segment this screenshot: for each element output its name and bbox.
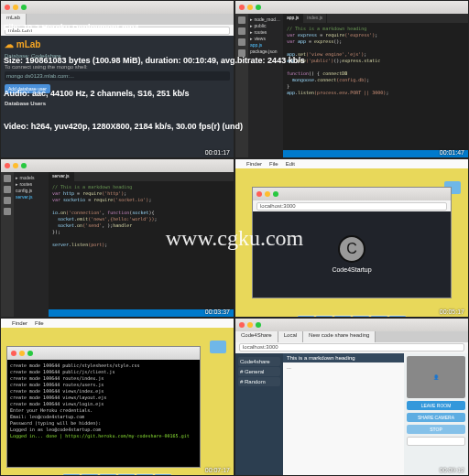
media-metadata: File: 10-2 Heroku Deployment.mp4 Size: 1… [4, 0, 305, 143]
mac-menubar: Finder File [1, 319, 234, 328]
menu-item[interactable]: File [269, 161, 278, 167]
chat-sidebar: Code4share # General # Random [235, 353, 283, 475]
minimize-icon[interactable] [19, 351, 25, 356]
watermark-text: www.cgku.com [166, 226, 303, 251]
chat-right-panel: 👤 LEAVE ROOM SHARE CAMERA STOP [404, 353, 468, 475]
address-bar: localhost:3000 [235, 342, 468, 353]
video-avatar: 👤 [407, 356, 465, 398]
address-bar: localhost:3000 [253, 200, 451, 211]
chat-input[interactable] [407, 437, 465, 446]
frame-timestamp: 00:05:17 [440, 308, 464, 315]
menu-item[interactable]: File [35, 320, 44, 326]
url-input[interactable]: localhost:3000 [239, 343, 464, 352]
editor-tab[interactable]: index.js [303, 14, 327, 23]
terminal-window: create mode 100644 public/stylesheets/st… [6, 346, 201, 468]
thumb-terminal: Finder File create mode 100644 public/st… [0, 318, 234, 476]
page-content: C Code4Startup [253, 211, 451, 297]
search-icon[interactable] [4, 186, 11, 193]
close-icon[interactable] [5, 163, 10, 168]
brand-logo-icon: C [338, 235, 365, 263]
frame-timestamp: 00:01:47 [440, 149, 464, 156]
file-explorer[interactable]: ▸ models ▸ routes config.js server.js [14, 172, 49, 316]
leave-room-button[interactable]: LEAVE ROOM [407, 401, 465, 410]
frame-timestamp: 00:09:12 [440, 467, 464, 473]
sidebar-channel[interactable]: # General [238, 367, 280, 376]
code-area[interactable]: // This is a markdown headingvar express… [283, 23, 468, 99]
frame-timestamp: 00:01:17 [205, 149, 230, 156]
tree-item[interactable]: ▸ models [16, 175, 47, 180]
share-camera-button[interactable]: SHARE CAMERA [407, 413, 465, 422]
window-titlebar [253, 188, 451, 200]
close-icon[interactable] [256, 191, 262, 197]
browser-tab[interactable]: Code4Share [235, 331, 278, 342]
zoom-icon[interactable] [256, 322, 261, 328]
zoom-icon[interactable] [21, 163, 27, 168]
tree-item[interactable]: ▸ routes [16, 181, 47, 187]
meta-size: Size: 190861083 bytes (100.98 MiB), dura… [4, 55, 305, 66]
stop-button[interactable]: STOP [407, 425, 465, 434]
menu-item[interactable]: Edit [286, 161, 295, 167]
sidebar-channel[interactable]: # Random [238, 377, 280, 386]
minimize-icon[interactable] [265, 191, 270, 197]
tree-item[interactable]: server.js [16, 194, 47, 200]
editor-tabs: app.js index.js [283, 14, 468, 23]
brand-label: Code4Startup [332, 266, 371, 273]
meta-video: Video: h264, yuv420p, 1280X800, 2184 kb/… [4, 121, 305, 132]
browser-tabs: Code4Share Local New code share heading [235, 331, 468, 342]
browser-tab[interactable]: New code share heading [303, 331, 376, 342]
tree-item[interactable]: config.js [16, 188, 47, 193]
git-icon[interactable] [4, 197, 11, 204]
chat-app: Code4share # General # Random This is a … [235, 353, 468, 475]
explorer-icon[interactable] [4, 175, 11, 182]
zoom-icon[interactable] [273, 191, 278, 197]
terminal-body[interactable]: create mode 100644 public/stylesheets/st… [7, 360, 200, 467]
sidebar-brand: Code4share [238, 357, 280, 366]
desktop: create mode 100644 public/stylesheets/st… [1, 328, 234, 476]
editor-main: app.js index.js // This is a markdown he… [283, 14, 468, 157]
editor-tab[interactable]: server.js [49, 172, 74, 181]
chat-header: This is a markdown heading [283, 353, 404, 362]
close-icon[interactable] [11, 351, 16, 356]
close-icon[interactable] [239, 322, 245, 328]
chat-message: ... [283, 362, 404, 372]
editor-tabs: server.js [49, 172, 234, 181]
minimize-icon[interactable] [13, 163, 18, 168]
window-titlebar [1, 159, 234, 172]
thumb-chat-app: Code4Share Local New code share heading … [234, 318, 469, 476]
folder-icon[interactable] [210, 341, 226, 353]
activity-bar [1, 172, 14, 316]
menu-item[interactable]: Finder [12, 320, 27, 326]
meta-file: File: 10-2 Heroku Deployment.mp4 [4, 22, 305, 33]
zoom-icon[interactable] [27, 351, 33, 356]
debug-icon[interactable] [4, 208, 11, 215]
minimize-icon[interactable] [247, 322, 253, 328]
menu-item[interactable]: Finder [246, 161, 262, 167]
frame-timestamp: 00:03:37 [205, 308, 230, 315]
window-titlebar [235, 319, 468, 331]
url-input[interactable]: localhost:3000 [256, 202, 447, 211]
browser-tab[interactable]: Local [278, 331, 303, 342]
chat-main: This is a markdown heading ... [283, 353, 404, 475]
meta-audio: Audio: aac, 44100 Hz, 2 channels, S16, 2… [4, 88, 305, 99]
frame-timestamp: 00:07:17 [205, 467, 230, 473]
mac-menubar: Finder File Edit [235, 159, 468, 168]
window-titlebar [7, 347, 200, 360]
